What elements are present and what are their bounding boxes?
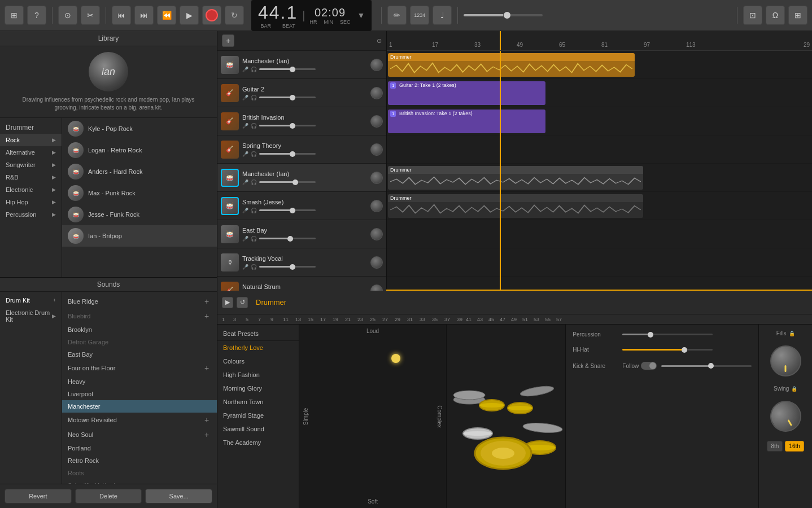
preset-portland[interactable]: Portland — [62, 442, 217, 454]
preset-brooklyn[interactable]: Brooklyn — [62, 323, 217, 336]
drumkit-add-icon[interactable]: + — [53, 297, 56, 303]
preset-roots[interactable]: Roots — [62, 467, 217, 479]
track-lane-3[interactable] — [387, 135, 812, 164]
pencil-button[interactable]: ✏ — [387, 6, 407, 25]
fills-knob[interactable] — [770, 345, 801, 376]
preset-east-bay[interactable]: East Bay — [62, 348, 217, 361]
drummer-item-jesse[interactable]: 🥁 Jesse - Funk Rock — [62, 204, 217, 225]
headphones-button[interactable]: Ω — [766, 6, 785, 25]
xy-pad-dot[interactable] — [391, 354, 400, 363]
track-volume-2[interactable] — [259, 125, 316, 126]
track-knob-6[interactable] — [370, 228, 383, 240]
beat-preset-sawmill-sound[interactable]: Sawmill Sound — [217, 422, 299, 436]
drummer-item-kyle[interactable]: 🥁 Kyle - Pop Rock — [62, 118, 217, 139]
note-8th-button[interactable]: 8th — [767, 441, 783, 452]
beat-preset-academy[interactable]: The Academy — [217, 436, 299, 449]
share-button[interactable]: ⊡ — [743, 6, 762, 25]
track-knob-5[interactable] — [370, 200, 383, 212]
bluebird-add[interactable]: + — [202, 312, 211, 321]
cut-button[interactable]: ✂ — [81, 6, 100, 25]
settings-button[interactable]: ⊙ — [58, 6, 77, 25]
master-volume-slider[interactable] — [464, 14, 543, 16]
preset-heavy[interactable]: Heavy — [62, 375, 217, 388]
genre-item-rock[interactable]: Rock ▶ — [0, 134, 62, 146]
track-lane-1[interactable]: 1 Guitar 2: Take 1 (2 takes) — [387, 79, 812, 107]
note-16th-button[interactable]: 16th — [785, 441, 804, 452]
transport-dropdown[interactable]: ▼ — [357, 11, 365, 20]
genre-item-alternative[interactable]: Alternative ▶ — [0, 146, 62, 159]
track-knob-1[interactable] — [370, 87, 383, 99]
track-block-2[interactable]: 1 British Invasion: Take 1 (2 takes) — [388, 110, 545, 133]
genre-item-percussion[interactable]: Percussion ▶ — [0, 208, 62, 221]
percussion-slider[interactable] — [622, 334, 713, 335]
track-knob-2[interactable] — [370, 115, 383, 128]
sounds-category-drumkit[interactable]: Drum Kit + — [0, 294, 62, 306]
preset-four-on-floor[interactable]: Four on the Floor + — [62, 361, 217, 375]
follow-switch[interactable] — [641, 362, 657, 370]
drummer-item-ian[interactable]: 🥁 Ian - Britpop — [62, 225, 217, 247]
save-as-button[interactable]: Save... — [145, 489, 212, 503]
track-knob-0[interactable] — [370, 59, 383, 71]
swing-knob[interactable] — [765, 395, 807, 437]
beat-preset-colours[interactable]: Colours — [217, 354, 299, 368]
revert-button[interactable]: Revert — [5, 489, 72, 503]
drummer-item-logan[interactable]: 🥁 Logan - Retro Rock — [62, 139, 217, 161]
preset-retro-rock[interactable]: Retro Rock — [62, 454, 217, 467]
play-button[interactable]: ▶ — [180, 6, 199, 25]
record-button[interactable] — [202, 6, 221, 25]
go-to-start-button[interactable]: ⏪ — [157, 6, 176, 25]
track-lane-6[interactable] — [387, 220, 812, 248]
preset-motown[interactable]: Motown Revisited + — [62, 413, 217, 427]
score-button[interactable]: ♩ — [433, 6, 452, 25]
track-lane-8[interactable] — [387, 277, 812, 290]
blue-ridge-add[interactable]: + — [202, 297, 211, 306]
track-volume-7[interactable] — [259, 266, 316, 268]
cycle-button[interactable]: ↻ — [225, 6, 244, 25]
track-block-1[interactable]: 1 Guitar 2: Take 1 (2 takes) — [388, 81, 545, 105]
drummer-item-max[interactable]: 🥁 Max - Punk Rock — [62, 182, 217, 204]
preset-bluebird[interactable]: Bluebird + — [62, 309, 217, 323]
motown-add[interactable]: + — [202, 415, 211, 424]
bottom-loop-btn[interactable]: ↺ — [237, 297, 248, 308]
track-lane-5[interactable]: Drummer — [387, 192, 812, 220]
beat-preset-brotherly-love[interactable]: Brotherly Love — [217, 341, 299, 354]
preset-scientific[interactable]: Scientific Method — [62, 479, 217, 484]
track-knob-4[interactable] — [370, 172, 383, 184]
kick-slider[interactable] — [661, 365, 752, 367]
genre-item-rnb[interactable]: R&B ▶ — [0, 171, 62, 183]
track-volume-6[interactable] — [259, 238, 316, 239]
genre-item-hiphop[interactable]: Hip Hop ▶ — [0, 196, 62, 208]
track-volume-3[interactable] — [259, 153, 316, 155]
preset-blue-ridge[interactable]: Blue Ridge + — [62, 294, 217, 309]
preset-manchester[interactable]: Manchester — [62, 400, 217, 413]
track-volume-1[interactable] — [259, 97, 316, 98]
track-lane-0[interactable]: Drummer — [387, 51, 812, 79]
fast-forward-button[interactable]: ⏭ — [134, 6, 154, 25]
preset-liverpool[interactable]: Liverpool — [62, 388, 217, 400]
neo-soul-add[interactable]: + — [202, 430, 211, 439]
beat-preset-high-fashion[interactable]: High Fashion — [217, 368, 299, 382]
sounds-category-electronic[interactable]: Electronic Drum Kit ▶ — [0, 306, 62, 326]
track-block-0[interactable]: Drummer — [388, 53, 635, 77]
smart-controls-icon[interactable]: ⊙ — [377, 37, 382, 45]
save-button[interactable]: ⊞ — [5, 6, 24, 25]
genre-item-electronic[interactable]: Electronic ▶ — [0, 183, 62, 196]
four-floor-add[interactable]: + — [202, 364, 211, 373]
track-lane-2[interactable]: 1 British Invasion: Take 1 (2 takes) — [387, 107, 812, 135]
beat-preset-pyramid-stage[interactable]: Pyramid Stage — [217, 409, 299, 422]
track-lane-4[interactable]: Drummer — [387, 164, 812, 192]
bottom-play-btn[interactable]: ▶ — [222, 297, 233, 308]
beat-preset-morning-glory[interactable]: Morning Glory — [217, 382, 299, 395]
preset-detroit[interactable]: Detroit Garage — [62, 336, 217, 348]
fills-lock-icon[interactable]: 🔒 — [789, 331, 795, 336]
track-knob-3[interactable] — [370, 143, 383, 156]
track-lane-7[interactable] — [387, 248, 812, 277]
swing-lock-icon[interactable]: 🔒 — [791, 386, 797, 392]
track-block-4[interactable]: Drummer — [388, 166, 643, 190]
drum-pad-area[interactable]: Loud Soft Simple Complex — [299, 325, 447, 508]
hihat-slider[interactable] — [622, 349, 713, 351]
add-track-button[interactable]: + — [222, 34, 234, 47]
genre-item-songwriter[interactable]: Songwriter ▶ — [0, 159, 62, 171]
beat-preset-northern-town[interactable]: Northern Town — [217, 395, 299, 409]
preset-neo-soul[interactable]: Neo Soul + — [62, 427, 217, 442]
